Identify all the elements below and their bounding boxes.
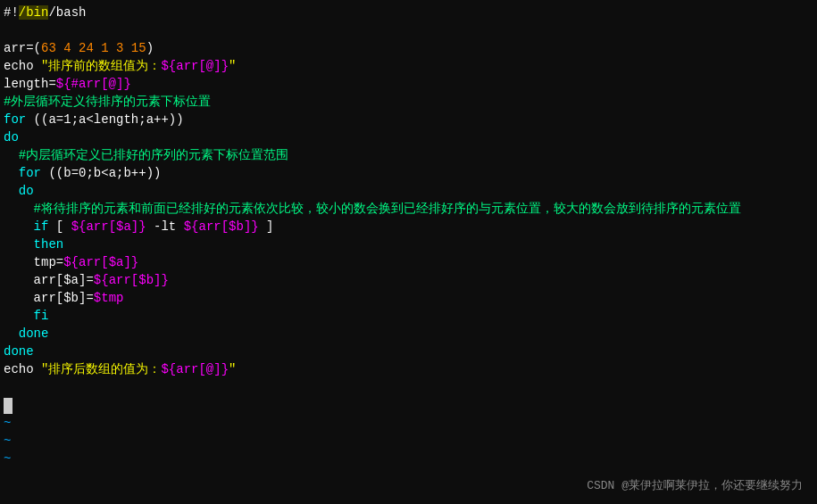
line-15: tmp=${arr[$a]} — [0, 253, 817, 271]
line-12: #将待排序的元素和前面已经排好的元素依次比较，较小的数会换到已经排好序的与元素位… — [0, 200, 817, 218]
line-13: if [ ${arr[$a]} -lt ${arr[$b]} ] — [0, 218, 817, 235]
line-24: ~ — [0, 414, 817, 432]
line-25: ~ — [0, 432, 817, 450]
line-16: arr[$a]=${arr[$b]} — [0, 271, 817, 289]
text-cursor — [4, 398, 13, 414]
line-6: #外层循环定义待排序的元素下标位置 — [0, 93, 817, 111]
line-19: done — [0, 325, 817, 343]
line-26: ~ — [0, 450, 817, 467]
line-1: #!/bin/bash — [0, 4, 817, 21]
line-23 — [0, 396, 817, 414]
code-editor: #!/bin/bash arr=(63 4 24 1 3 15) echo "排… — [0, 0, 817, 504]
line-22 — [0, 378, 817, 396]
line-21: echo "排序后数组的值为：${arr[@]}" — [0, 360, 817, 378]
line-17: arr[$b]=$tmp — [0, 289, 817, 307]
line-3: arr=(63 4 24 1 3 15) — [0, 39, 817, 57]
line-2 — [0, 21, 817, 39]
line-5: length=${#arr[@]} — [0, 75, 817, 93]
line-20: done — [0, 343, 817, 360]
line-9: #内层循环定义已排好的序列的元素下标位置范围 — [0, 146, 817, 164]
line-18: fi — [0, 307, 817, 325]
left-gutter — [0, 0, 4, 504]
line-10: for ((b=0;b<a;b++)) — [0, 164, 817, 182]
line-4: echo "排序前的数组值为：${arr[@]}" — [0, 57, 817, 75]
line-11: do — [0, 182, 817, 200]
line-7: for ((a=1;a<length;a++)) — [0, 111, 817, 128]
watermark: CSDN @莱伊拉啊莱伊拉，你还要继续努力 — [587, 477, 803, 493]
line-8: do — [0, 128, 817, 146]
line-14: then — [0, 235, 817, 253]
